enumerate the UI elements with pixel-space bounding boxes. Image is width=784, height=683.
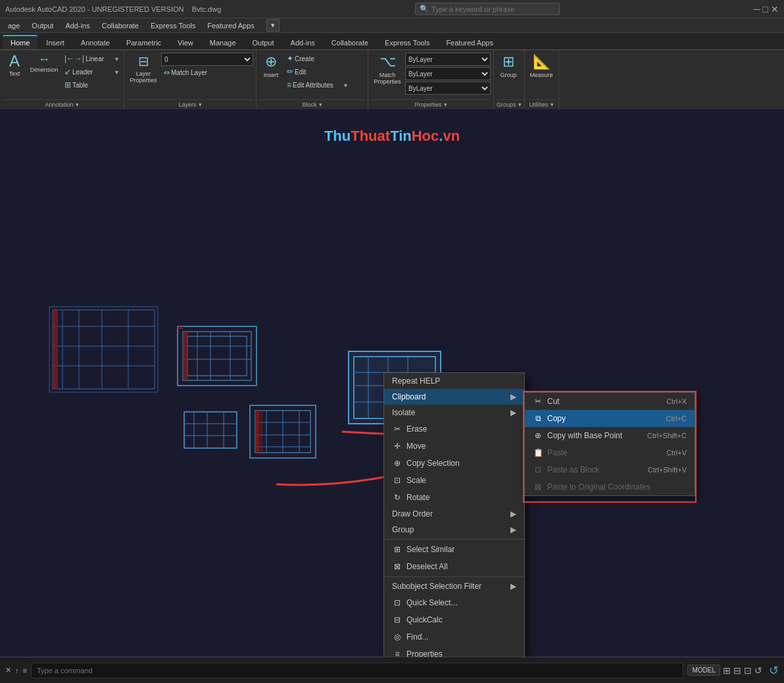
grid-dots-icon[interactable]: ⊟ <box>733 665 741 676</box>
close-cmd-icon[interactable]: ✕ <box>5 666 11 674</box>
ribbon-annotation-group: A Text ↔ Dimension |←→| Linear ▾ ↙ Leade… <box>0 50 124 109</box>
menu-age[interactable]: age <box>3 20 25 31</box>
window-controls: ─ □ ✕ <box>754 4 779 14</box>
block-expand-icon[interactable]: ▾ <box>319 101 322 108</box>
layer-properties-icon: ⊟ <box>138 53 149 69</box>
tab-parametric[interactable]: Parametric <box>118 36 169 49</box>
tab-home[interactable]: Home <box>3 35 37 49</box>
ctx-clipboard[interactable]: Clipboard ▶ <box>384 389 524 405</box>
snap-icon[interactable]: ⊡ <box>744 665 752 676</box>
layers-expand-icon[interactable]: ▾ <box>199 101 202 108</box>
insert-button[interactable]: ⊕ Insert <box>259 51 283 80</box>
tab-manage[interactable]: Manage <box>202 36 244 49</box>
search-input[interactable] <box>431 5 550 13</box>
ctx-scale[interactable]: ⊡ Scale <box>384 472 524 489</box>
linetype-dropdown[interactable]: ByLayer <box>405 67 491 80</box>
paste-block-shortcut: Ctrl+Shift+V <box>648 466 687 474</box>
settings-icon[interactable]: ↺ <box>754 665 762 676</box>
linear-button[interactable]: |←→| Linear ▾ <box>62 53 121 64</box>
search-icon: 🔍 <box>420 5 429 13</box>
menu-extra-btn[interactable]: ▾ <box>266 19 280 32</box>
ctx-find[interactable]: ◎ Find... <box>384 628 524 645</box>
lineweight-dropdown[interactable]: ByLayer <box>405 82 491 95</box>
properties-icon: ≡ <box>392 649 403 657</box>
ctx-copy-selection[interactable]: ⊕ Copy Selection <box>384 455 524 472</box>
close-button[interactable]: ✕ <box>771 4 779 14</box>
group-label: Group <box>500 72 516 78</box>
update-icon[interactable]: ↺ <box>769 663 779 678</box>
ctx-properties[interactable]: ≡ Properties <box>384 645 524 657</box>
group-button[interactable]: ⊞ Group <box>497 51 520 80</box>
tab-featured[interactable]: Featured Apps <box>438 36 501 49</box>
edit-attr-dropdown-icon: ▾ <box>344 82 347 89</box>
model-button[interactable]: MODEL <box>687 665 720 676</box>
create-button[interactable]: ✦ Create <box>284 53 350 64</box>
menu-collaborate[interactable]: Collaborate <box>97 20 144 31</box>
layer-dropdown[interactable]: 0 <box>161 53 253 66</box>
ctx-rotate[interactable]: ↻ Rotate <box>384 489 524 506</box>
tab-express[interactable]: Express Tools <box>377 36 437 49</box>
ctx-select-similar[interactable]: ⊞ Select Similar <box>384 541 524 558</box>
watermark: ThuThuatTinHoc.vn <box>324 128 460 145</box>
sub-cut[interactable]: ✂ Cut Ctrl+X <box>525 393 695 410</box>
measure-button[interactable]: 📐 Measure <box>527 51 556 80</box>
tab-output[interactable]: Output <box>245 36 282 49</box>
ctx-subobject[interactable]: Subobject Selection Filter ▶ <box>384 578 524 594</box>
sub-copy-base[interactable]: ⊕ Copy with Base Point Ctrl+Shift+C <box>525 427 695 444</box>
ctx-deselect-all[interactable]: ⊠ Deselect All <box>384 558 524 575</box>
tab-addins[interactable]: Add-ins <box>283 36 323 49</box>
menu-featured-apps[interactable]: Featured Apps <box>202 20 260 31</box>
sub-paste: 📋 Paste Ctrl+V <box>525 444 695 461</box>
cut-label: Cut <box>547 397 560 406</box>
ctx-repeat-help[interactable]: Repeat HELP <box>384 373 524 389</box>
command-input[interactable] <box>31 663 684 678</box>
groups-expand-icon[interactable]: ▾ <box>518 101 522 108</box>
ctx-group[interactable]: Group ▶ <box>384 522 524 538</box>
match-layer-button[interactable]: ⇔ Match Layer <box>161 67 210 78</box>
match-properties-button[interactable]: ⌥ Match Properties <box>371 51 404 87</box>
title-text: Autodesk AutoCAD 2020 - UNREGISTERED VER… <box>5 5 221 13</box>
dimension-button[interactable]: ↔ Dimension <box>28 51 61 75</box>
clipboard-submenu: ✂ Cut Ctrl+X ⧉ Copy Ctrl+C ⊕ Copy with B… <box>524 392 695 496</box>
edit-attributes-label: Edit Attributes <box>293 82 333 89</box>
ctx-isolate[interactable]: Isolate ▶ <box>384 405 524 420</box>
tab-view[interactable]: View <box>170 36 201 49</box>
cmd-history-icon[interactable]: ↑ <box>15 667 19 674</box>
maximize-button[interactable]: □ <box>763 4 768 14</box>
utilities-section-label: Utilities <box>529 101 549 108</box>
utilities-label: Utilities ▾ <box>527 99 556 109</box>
menu-express-tools[interactable]: Express Tools <box>145 20 201 31</box>
layers-label: Layers ▾ <box>127 99 253 109</box>
canvas-area: ThuThuatTinHoc.vn <box>0 109 784 657</box>
sub-copy[interactable]: ⧉ Copy Ctrl+C <box>525 410 695 427</box>
tab-collaborate[interactable]: Collaborate <box>324 36 376 49</box>
edit-button[interactable]: ✏ Edit <box>284 66 350 78</box>
ctx-quickcalc[interactable]: ⊟ QuickCalc <box>384 611 524 628</box>
table-button[interactable]: ⊞ Table <box>62 79 121 91</box>
cmd-menu-icon[interactable]: ≡ <box>23 667 27 674</box>
ctx-quick-select[interactable]: ⊡ Quick Select... <box>384 594 524 611</box>
status-bar: ✕ ↑ ≡ MODEL ⊞ ⊟ ⊡ ↺ ↺ <box>0 657 784 683</box>
color-dropdown[interactable]: ByLayer <box>405 53 491 66</box>
group-arrow-icon: ▶ <box>510 525 516 534</box>
repeat-help-label: Repeat HELP <box>392 376 440 386</box>
utilities-expand-icon[interactable]: ▾ <box>551 101 554 108</box>
ctx-move[interactable]: ✛ Move <box>384 438 524 455</box>
block-tools: ⊕ Insert ✦ Create ✏ Edit ≡ Edit Attribut… <box>259 51 365 99</box>
svg-rect-19 <box>178 326 183 329</box>
minimize-button[interactable]: ─ <box>754 4 760 14</box>
tab-annotate[interactable]: Annotate <box>73 36 118 49</box>
grid-view-icon[interactable]: ⊞ <box>723 665 731 676</box>
annotation-expand-icon[interactable]: ▾ <box>76 101 79 108</box>
tab-insert[interactable]: Insert <box>38 36 72 49</box>
leader-button[interactable]: ↙ Leader ▾ <box>62 66 121 78</box>
menu-output[interactable]: Output <box>26 20 59 31</box>
ctx-erase[interactable]: ✂ Erase <box>384 420 524 438</box>
properties-expand-icon[interactable]: ▾ <box>444 101 447 108</box>
text-button[interactable]: A Text <box>3 51 26 79</box>
ctx-draw-order[interactable]: Draw Order ▶ <box>384 506 524 522</box>
edit-attributes-button[interactable]: ≡ Edit Attributes ▾ <box>284 79 350 91</box>
menu-addins[interactable]: Add-ins <box>60 20 95 31</box>
title-search-box[interactable]: 🔍 <box>415 3 560 15</box>
layer-properties-button[interactable]: ⊟ Layer Properties <box>127 51 160 86</box>
